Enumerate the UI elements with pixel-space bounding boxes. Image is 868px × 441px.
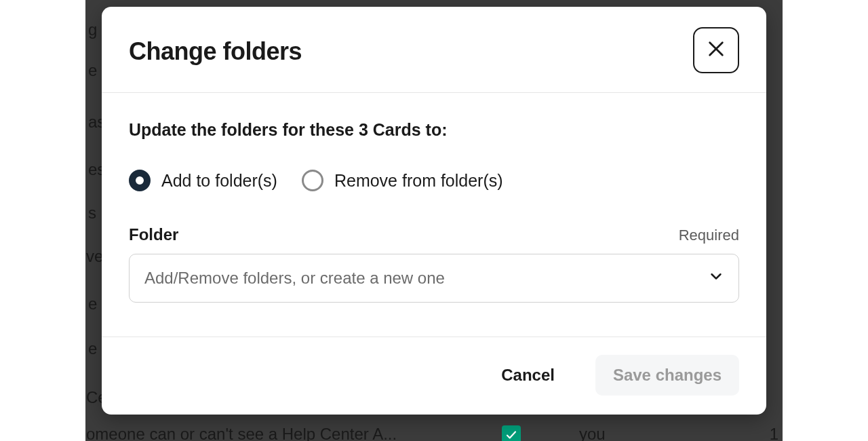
radio-unselected-icon xyxy=(302,170,323,191)
folder-field-header: Folder Required xyxy=(129,225,739,244)
bg-text: ve xyxy=(86,247,103,266)
checkmark-icon xyxy=(502,425,521,441)
viewport: g e C as es s ve e e Ce omeone can or ca… xyxy=(0,0,868,441)
modal-body: Update the folders for these 3 Cards to:… xyxy=(102,93,766,337)
radio-label: Add to folder(s) xyxy=(161,171,277,191)
radio-label: Remove from folder(s) xyxy=(334,171,503,191)
bg-text: you xyxy=(579,425,606,441)
folder-field-label: Folder xyxy=(129,225,178,244)
radio-selected-icon xyxy=(129,170,151,191)
modal-header: Change folders xyxy=(102,7,766,93)
bg-text: e xyxy=(88,339,97,358)
chevron-down-icon xyxy=(709,269,724,288)
folder-select-placeholder: Add/Remove folders, or create a new one xyxy=(144,269,445,288)
bg-text: 1 xyxy=(770,425,778,441)
bg-text: e xyxy=(88,294,97,313)
close-icon xyxy=(707,39,726,61)
save-changes-button[interactable]: Save changes xyxy=(595,355,739,396)
cancel-button[interactable]: Cancel xyxy=(484,355,572,396)
change-folders-modal: Change folders Update the folders for th… xyxy=(102,7,766,415)
bg-text: omeone can or can't see a Help Center A.… xyxy=(86,425,397,441)
modal-subhead: Update the folders for these 3 Cards to: xyxy=(129,120,739,140)
modal-footer: Cancel Save changes xyxy=(102,337,766,415)
bg-text: s xyxy=(88,204,96,223)
radio-remove-from-folders[interactable]: Remove from folder(s) xyxy=(302,170,503,191)
folder-field-required: Required xyxy=(679,227,739,244)
modal-title: Change folders xyxy=(129,37,302,66)
close-button[interactable] xyxy=(693,27,739,73)
bg-text: g xyxy=(88,20,97,39)
radio-group: Add to folder(s) Remove from folder(s) xyxy=(129,170,739,191)
folder-select[interactable]: Add/Remove folders, or create a new one xyxy=(129,254,739,303)
radio-add-to-folders[interactable]: Add to folder(s) xyxy=(129,170,277,191)
